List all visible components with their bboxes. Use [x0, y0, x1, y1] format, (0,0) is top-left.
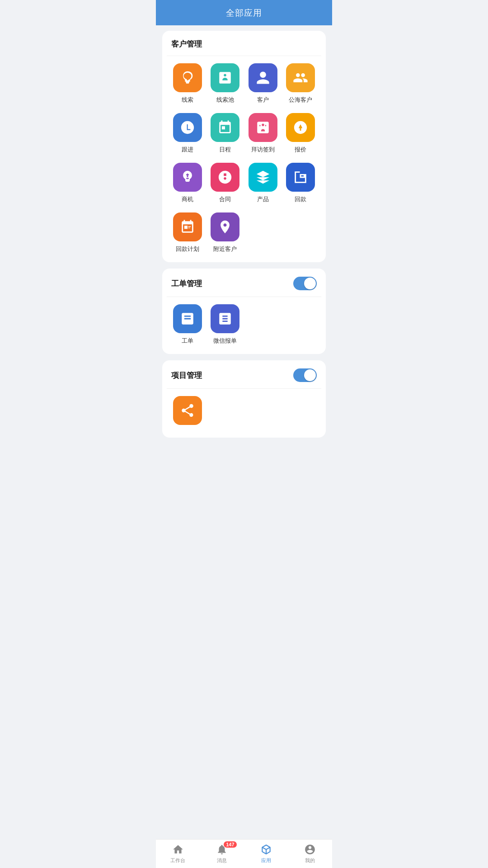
home-icon — [172, 844, 184, 855]
user-icon — [304, 844, 316, 855]
customer-icon — [249, 63, 277, 92]
app-contract[interactable]: 合同 — [206, 163, 244, 203]
clues-icon — [173, 63, 202, 92]
clues-label: 线索 — [182, 96, 193, 104]
nav-workbench[interactable]: 工作台 — [156, 840, 200, 868]
nav-apps[interactable]: 应用 — [244, 840, 288, 868]
schedule-icon — [211, 113, 239, 142]
project-apps-grid — [167, 396, 321, 429]
app-visit[interactable]: 拜访签到 — [244, 113, 282, 154]
follow-icon — [173, 113, 202, 142]
nav-messages[interactable]: 147 消息 — [200, 840, 244, 868]
message-badge: 147 — [224, 841, 236, 848]
section-customer-management: 客户管理 线索 线索池 客户 — [162, 31, 326, 262]
section-title-project: 项目管理 — [171, 370, 202, 381]
public-customer-icon — [286, 63, 315, 92]
page-title: 全部应用 — [226, 8, 262, 18]
project-share-icon — [173, 396, 202, 425]
schedule-label: 日程 — [219, 146, 231, 154]
wechat-form-label: 微信报单 — [213, 337, 237, 345]
clue-pool-icon — [211, 63, 239, 92]
section-header-work-order: 工单管理 — [167, 277, 321, 297]
repayment-icon — [286, 163, 315, 192]
repayment-plan-icon — [173, 212, 202, 241]
work-order-apps-grid: 工单 微信报单 — [167, 304, 321, 345]
app-wechat-form[interactable]: 微信报单 — [206, 304, 244, 345]
clue-pool-label: 线索池 — [216, 96, 234, 104]
opportunity-icon — [173, 163, 202, 192]
app-clues[interactable]: 线索 — [169, 63, 206, 104]
content: 客户管理 线索 线索池 客户 — [156, 25, 332, 474]
section-title-work-order: 工单管理 — [171, 278, 202, 289]
section-title-customer: 客户管理 — [171, 39, 202, 49]
section-header-customer: 客户管理 — [167, 39, 321, 56]
app-repayment-plan[interactable]: 回款计划 — [169, 212, 206, 253]
follow-label: 跟进 — [182, 146, 193, 154]
app-nearby-customer[interactable]: 附近客户 — [206, 212, 244, 253]
visit-label: 拜访签到 — [251, 146, 275, 154]
quote-label: 报价 — [295, 146, 306, 154]
app-product[interactable]: 产品 — [244, 163, 282, 203]
nav-mine-label: 我的 — [305, 857, 315, 864]
nav-mine[interactable]: 我的 — [288, 840, 333, 868]
contract-label: 合同 — [219, 195, 231, 203]
quote-icon — [286, 113, 315, 142]
customer-label: 客户 — [257, 96, 269, 104]
repayment-label: 回款 — [295, 195, 306, 203]
nav-workbench-label: 工作台 — [170, 857, 185, 864]
app-schedule[interactable]: 日程 — [206, 113, 244, 154]
app-follow[interactable]: 跟进 — [169, 113, 206, 154]
work-order-toggle[interactable] — [293, 277, 317, 290]
section-header-project: 项目管理 — [167, 368, 321, 389]
work-order-item-icon — [173, 304, 202, 333]
work-order-item-label: 工单 — [182, 337, 193, 345]
nav-messages-label: 消息 — [217, 857, 227, 864]
bottom-navigation: 工作台 147 消息 应用 我的 — [156, 839, 332, 868]
app-customer[interactable]: 客户 — [244, 63, 282, 104]
product-label: 产品 — [257, 195, 269, 203]
section-work-order: 工单管理 工单 微信报单 — [162, 269, 326, 354]
nav-apps-label: 应用 — [261, 857, 271, 864]
app-work-order-item[interactable]: 工单 — [169, 304, 206, 345]
repayment-plan-label: 回款计划 — [176, 245, 199, 253]
header: 全部应用 — [156, 0, 332, 25]
customer-apps-grid: 线索 线索池 客户 公海客户 — [167, 63, 321, 253]
wechat-form-icon — [211, 304, 239, 333]
opportunity-label: 商机 — [182, 195, 193, 203]
project-management-toggle[interactable] — [293, 368, 317, 382]
app-clue-pool[interactable]: 线索池 — [206, 63, 244, 104]
app-project-share[interactable] — [169, 396, 206, 429]
nearby-customer-icon — [211, 212, 239, 241]
app-repayment[interactable]: 回款 — [282, 163, 320, 203]
nearby-customer-label: 附近客户 — [213, 245, 237, 253]
app-opportunity[interactable]: 商机 — [169, 163, 206, 203]
visit-icon — [249, 113, 277, 142]
contract-icon — [211, 163, 239, 192]
product-icon — [249, 163, 277, 192]
section-project-management: 项目管理 — [162, 360, 326, 438]
app-public-customer[interactable]: 公海客户 — [282, 63, 320, 104]
public-customer-label: 公海客户 — [289, 96, 312, 104]
app-quote[interactable]: 报价 — [282, 113, 320, 154]
cube-icon — [260, 844, 272, 855]
